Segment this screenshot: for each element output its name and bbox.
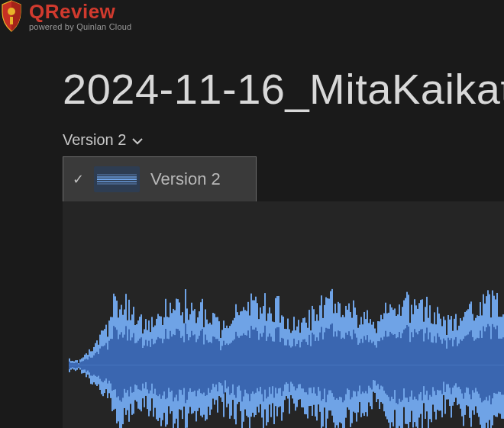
svg-rect-143 <box>176 329 177 395</box>
svg-rect-299 <box>295 346 296 391</box>
waveform-thumbnail-icon <box>94 166 140 192</box>
svg-rect-421 <box>388 336 389 397</box>
svg-rect-331 <box>319 333 321 391</box>
svg-rect-547 <box>484 331 486 400</box>
version-dropdown-trigger[interactable]: Version 2 <box>63 131 143 149</box>
svg-rect-423 <box>389 332 391 401</box>
svg-rect-205 <box>223 341 225 394</box>
svg-rect-203 <box>221 346 223 385</box>
svg-rect-443 <box>405 328 406 397</box>
svg-rect-29 <box>89 356 90 372</box>
svg-rect-121 <box>159 338 160 394</box>
svg-rect-555 <box>490 339 492 404</box>
svg-rect-135 <box>170 331 171 392</box>
svg-rect-215 <box>231 343 232 393</box>
svg-rect-71 <box>121 332 122 401</box>
svg-rect-493 <box>443 339 444 382</box>
svg-rect-515 <box>460 340 461 389</box>
svg-rect-91 <box>136 343 137 385</box>
svg-rect-249 <box>257 331 258 388</box>
svg-rect-505 <box>452 346 454 388</box>
svg-rect-495 <box>444 340 446 392</box>
svg-rect-247 <box>255 327 257 392</box>
svg-rect-405 <box>376 348 377 386</box>
version-option-label: Version 2 <box>150 169 221 189</box>
svg-rect-165 <box>192 336 194 392</box>
svg-rect-209 <box>226 343 228 388</box>
svg-rect-189 <box>211 343 212 390</box>
svg-rect-161 <box>189 337 191 388</box>
svg-rect-1 <box>10 17 13 24</box>
svg-rect-131 <box>166 339 168 398</box>
svg-rect-377 <box>354 333 356 391</box>
svg-rect-343 <box>328 329 330 391</box>
svg-rect-101 <box>144 346 145 388</box>
svg-rect-253 <box>260 333 261 387</box>
svg-rect-243 <box>252 330 254 391</box>
svg-rect-333 <box>321 327 322 401</box>
svg-rect-543 <box>481 338 483 402</box>
svg-rect-69 <box>119 335 121 401</box>
svg-rect-39 <box>96 352 98 377</box>
svg-rect-155 <box>185 323 186 403</box>
svg-rect-383 <box>359 343 360 386</box>
svg-rect-549 <box>486 327 487 397</box>
check-icon: ✓ <box>73 171 83 188</box>
svg-rect-191 <box>212 336 214 384</box>
svg-rect-519 <box>463 339 464 399</box>
svg-rect-449 <box>409 342 411 396</box>
svg-rect-47 <box>102 346 104 382</box>
svg-rect-271 <box>273 342 275 398</box>
svg-rect-151 <box>182 336 183 395</box>
svg-rect-213 <box>229 343 231 394</box>
svg-rect-123 <box>160 339 162 399</box>
svg-rect-275 <box>276 327 278 394</box>
svg-rect-389 <box>363 336 365 393</box>
svg-rect-353 <box>336 336 338 398</box>
svg-rect-187 <box>209 342 211 393</box>
svg-rect-533 <box>473 341 475 393</box>
svg-rect-133 <box>168 339 170 388</box>
svg-rect-53 <box>107 349 108 383</box>
svg-rect-263 <box>267 336 269 396</box>
svg-rect-225 <box>238 338 240 386</box>
svg-rect-483 <box>435 343 437 395</box>
svg-rect-463 <box>420 330 422 392</box>
svg-rect-57 <box>110 339 111 384</box>
svg-rect-177 <box>202 329 203 394</box>
svg-rect-33 <box>92 358 93 376</box>
svg-rect-107 <box>148 341 150 394</box>
svg-rect-269 <box>272 341 273 386</box>
svg-rect-119 <box>157 337 159 396</box>
svg-rect-473 <box>428 340 429 400</box>
svg-rect-337 <box>324 332 325 388</box>
svg-rect-195 <box>215 339 217 385</box>
svg-rect-572 <box>69 365 504 365</box>
svg-rect-369 <box>348 331 350 390</box>
svg-rect-175 <box>200 330 202 393</box>
waveform-panel[interactable] <box>63 201 504 428</box>
svg-rect-501 <box>449 340 451 388</box>
version-option-2[interactable]: ✓ Version 2 <box>63 157 256 201</box>
svg-rect-297 <box>293 339 295 387</box>
app-title: QReview <box>29 2 131 21</box>
svg-rect-341 <box>327 329 328 395</box>
svg-rect-129 <box>165 329 166 399</box>
svg-rect-373 <box>351 340 353 397</box>
svg-rect-265 <box>269 333 270 387</box>
svg-point-0 <box>8 8 15 15</box>
svg-rect-559 <box>493 327 495 393</box>
svg-rect-461 <box>418 331 420 394</box>
svg-rect-545 <box>483 327 484 401</box>
svg-rect-15 <box>78 364 79 366</box>
svg-rect-179 <box>203 344 205 392</box>
svg-rect-429 <box>394 334 396 390</box>
svg-rect-117 <box>156 340 157 394</box>
svg-rect-23 <box>84 359 86 369</box>
svg-rect-19 <box>81 362 82 370</box>
svg-rect-531 <box>472 337 473 391</box>
svg-rect-99 <box>142 348 144 384</box>
svg-rect-497 <box>446 349 447 385</box>
svg-rect-207 <box>225 345 226 380</box>
svg-rect-527 <box>469 332 470 394</box>
